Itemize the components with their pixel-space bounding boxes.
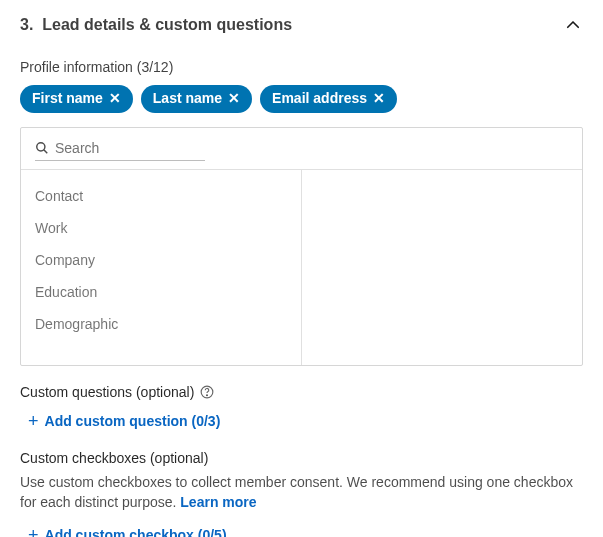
plus-icon: + <box>28 526 39 537</box>
chip-email-address[interactable]: Email address ✕ <box>260 85 397 113</box>
chip-last-name[interactable]: Last name ✕ <box>141 85 252 113</box>
add-custom-checkbox-button[interactable]: + Add custom checkbox (0/5) <box>20 524 227 537</box>
chip-first-name[interactable]: First name ✕ <box>20 85 133 113</box>
panel-right <box>302 170 583 365</box>
help-icon[interactable] <box>200 385 214 399</box>
svg-point-0 <box>37 142 45 150</box>
close-icon: ✕ <box>373 89 385 109</box>
section-title: 3. Lead details & custom questions <box>20 16 292 34</box>
svg-point-3 <box>207 394 208 395</box>
plus-icon: + <box>28 412 39 430</box>
description-text: Use custom checkboxes to collect member … <box>20 474 573 510</box>
svg-line-1 <box>44 150 47 153</box>
chevron-up-icon[interactable] <box>563 15 583 35</box>
section-number: 3. <box>20 16 33 33</box>
search-icon <box>35 141 49 155</box>
panel-body: Contact Work Company Education Demograph… <box>21 169 582 365</box>
panel-left: Contact Work Company Education Demograph… <box>21 170 302 365</box>
category-work[interactable]: Work <box>35 212 287 244</box>
section-title-text: Lead details & custom questions <box>42 16 292 33</box>
add-custom-question-button[interactable]: + Add custom question (0/3) <box>20 410 220 432</box>
close-icon: ✕ <box>109 89 121 109</box>
learn-more-link[interactable]: Learn more <box>180 494 256 510</box>
category-education[interactable]: Education <box>35 276 287 308</box>
panel-top <box>21 128 582 169</box>
close-icon: ✕ <box>228 89 240 109</box>
chip-label: First name <box>32 89 103 109</box>
custom-questions-section: Custom questions (optional) + Add custom… <box>20 384 583 432</box>
profile-info-label: Profile information (3/12) <box>20 59 583 75</box>
profile-info-chips: First name ✕ Last name ✕ Email address ✕ <box>20 85 583 113</box>
add-custom-checkbox-label: Add custom checkbox (0/5) <box>45 527 227 537</box>
add-custom-question-label: Add custom question (0/3) <box>45 413 221 429</box>
profile-information-section: Profile information (3/12) First name ✕ … <box>20 59 583 366</box>
search-wrap <box>35 140 205 161</box>
search-input[interactable] <box>55 140 205 156</box>
section-header: 3. Lead details & custom questions <box>20 15 583 35</box>
category-company[interactable]: Company <box>35 244 287 276</box>
custom-checkboxes-description: Use custom checkboxes to collect member … <box>20 472 583 513</box>
profile-info-panel: Contact Work Company Education Demograph… <box>20 127 583 366</box>
custom-questions-label: Custom questions (optional) <box>20 384 194 400</box>
chip-label: Last name <box>153 89 222 109</box>
custom-checkboxes-section: Custom checkboxes (optional) Use custom … <box>20 450 583 537</box>
chip-label: Email address <box>272 89 367 109</box>
custom-checkboxes-label: Custom checkboxes (optional) <box>20 450 583 466</box>
category-demographic[interactable]: Demographic <box>35 308 287 340</box>
category-contact[interactable]: Contact <box>35 180 287 212</box>
